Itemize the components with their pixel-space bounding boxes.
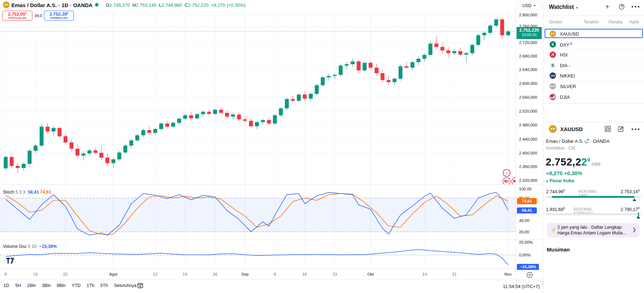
axis-price-label: 20,00 [519, 230, 529, 234]
sell-button[interactable]: 2.752,050 PENJUALAN [2, 11, 32, 21]
axis-price-label: 2.680,000 [519, 54, 537, 58]
watchlist-row-djia[interactable]: DJIA 41,763 K −378,08 −0,90% [543, 92, 644, 102]
watchlist-lists-icon[interactable] [618, 4, 625, 11]
details-type: Komiditas · Cfd [546, 146, 575, 151]
divider [543, 104, 644, 104]
go-to-date-icon[interactable] [137, 283, 143, 290]
watchlist-title[interactable]: Watchlist ▼ [549, 4, 579, 10]
watchlist-row-silver[interactable]: SILVER 32,778 0,121 0,37% [543, 81, 644, 92]
day-range-marker [633, 199, 636, 201]
symbol-name: HSI [560, 52, 568, 58]
axis-price-label: 2.560,000 [519, 95, 537, 99]
clock[interactable]: 11:54:54 (UTC+7) [493, 284, 540, 289]
watchlist-row-hsi[interactable]: Л HSI 20.635,73 318,40 1,57% [543, 49, 644, 60]
volosc-tag: −15,38% [517, 264, 539, 270]
volosc-legend[interactable]: Volume Osc 5 10 −15,38% [3, 244, 57, 249]
divider [543, 122, 644, 122]
divider [543, 27, 644, 28]
watchlist-row-dxy[interactable]: S DXY E 103,891 −0,206 −0,20% [543, 39, 644, 50]
watchlist-row-nikkei[interactable]: 225 NIKKEI 38.218 −122 −0,32% [543, 70, 644, 81]
axis-price-label: 2.600,000 [519, 81, 537, 86]
flash-news-icon: ⚡ [551, 227, 556, 233]
symbol-name: SILVER [560, 84, 576, 89]
axis-price-label: 2.800,000 [519, 13, 537, 17]
watchlist-column-header[interactable]: Peruba [608, 20, 622, 25]
axis-time-label: Sep [241, 272, 249, 276]
details-more-button[interactable]: ●●● [631, 127, 640, 131]
axis-time-label: 12 [153, 272, 158, 276]
axis-price-label: 40,00 [519, 218, 529, 223]
selected-row-outline [545, 29, 643, 38]
svg-text:S: S [551, 42, 554, 47]
news-chip[interactable]: ⚡ 2 jam yang lalu · Daftar Lengkap Harga… [547, 223, 640, 237]
buy-button[interactable]: 2.752,390 PEMBELIAN [44, 11, 74, 21]
timescale-settings-icon[interactable] [526, 272, 533, 279]
hsi-red-icon: Л [550, 51, 556, 58]
range-button-1bln[interactable]: 1Bln [27, 283, 36, 288]
axis-price-label: 2.640,000 [519, 67, 537, 72]
axis-time-label: Okt [367, 272, 374, 276]
axis-price-label: 20,00% [519, 240, 533, 244]
currency-dropdown[interactable]: USD▼ [518, 2, 541, 10]
symbol-title[interactable]: Emas / Dollar A.S. · 1D · OANDA [11, 2, 93, 8]
symbol-name: DJIA [560, 94, 570, 100]
symbol-name: DIA ● [560, 63, 571, 68]
details-symbol[interactable]: XAUUSD [560, 126, 583, 132]
axis-price-label: 2.320,000 [519, 178, 537, 183]
axis-time-label: 15 [33, 272, 38, 276]
status-dot-icon: ● [546, 179, 548, 183]
grid-layout-icon[interactable] [605, 126, 611, 134]
watchlist-column-header[interactable]: %prb [629, 20, 639, 25]
chevron-down-icon: ▼ [533, 4, 536, 7]
watchlist-column-header[interactable]: Simbol [549, 20, 562, 25]
watchlist-row-dia[interactable]: S DIA ● 417,67 −4,08 −0,97% [543, 60, 644, 71]
range-button-ytd[interactable]: YTD [72, 283, 81, 288]
change-readout: +8,270 (+0,30%) [211, 2, 245, 8]
chevron-down-icon: ▼ [575, 6, 579, 10]
axis-price-label: 2.520,000 [519, 109, 537, 113]
axis-time-label: Nov [504, 272, 512, 276]
s-green-icon: S [550, 41, 556, 48]
us-flag-icon [550, 94, 556, 100]
axis-price-label: 2.480,000 [519, 123, 537, 127]
axis-time-label: 26 [213, 272, 218, 276]
axis-time-label: 14 [422, 272, 427, 276]
add-symbol-button[interactable]: + [605, 3, 610, 10]
time-axis[interactable]: 81522Agst121926Sep91623Okt1421Nov [0, 272, 515, 279]
range-button-5h[interactable]: 5H [15, 283, 21, 288]
axis-time-label: 16 [302, 272, 307, 276]
nikkei-icon: 225 [550, 72, 556, 79]
range-button-5th[interactable]: 5Th [100, 283, 108, 288]
stoch-d-tag: 74,61 [517, 198, 537, 204]
axis-time-label: 8 [5, 272, 7, 276]
range-button-1th[interactable]: 1Th [87, 283, 94, 288]
stoch-k-tag: 58,41 [517, 207, 537, 213]
axis-price-label: 2.400,000 [519, 151, 537, 155]
symbol-logo-gold-icon [3, 1, 10, 8]
watchlist-column-header[interactable]: Terakhir [584, 20, 599, 25]
tradingview-logo-icon[interactable] [6, 258, 16, 265]
silver-icon [550, 83, 556, 89]
axis-price-label: 2.440,000 [519, 137, 537, 141]
range-button-6bln[interactable]: 6Bln [57, 283, 66, 288]
toolbar-divider [132, 282, 132, 289]
details-subtitle[interactable]: Emas / Dollar A.S. · OANDA [546, 139, 610, 144]
details-change: +8,270 +0,30% [546, 170, 582, 176]
axis-price-label: 100,00 [519, 187, 531, 191]
range-button-3bln[interactable]: 3Bln [42, 283, 51, 288]
axis-time-label: 9 [274, 272, 276, 276]
details-symbol-logo-gold-icon [549, 125, 557, 133]
symbol-name: DXY E [560, 42, 572, 48]
tradingview-app: ⚡ Emas / Dollar A.S. · 1D · OANDA O2.745… [0, 0, 644, 293]
svg-text:Л: Л [551, 53, 554, 57]
price-axis[interactable]: 2.800,0002.760,0002.720,0002.680,0002.64… [516, 0, 542, 281]
stoch-legend[interactable]: Stoch 5 3 3 58,41 74,61 [3, 190, 51, 195]
axis-price-label: 0,00% [519, 253, 531, 257]
range-button-seluruhnya[interactable]: Seluruhnya [114, 283, 136, 288]
range-button-1d[interactable]: 1D [4, 283, 9, 288]
market-status: ● Pasar buka [546, 178, 574, 183]
watchlist-more-button[interactable]: ●●● [631, 5, 640, 9]
edit-icon[interactable] [618, 126, 624, 134]
market-status-dot-icon[interactable] [95, 3, 98, 6]
axis-time-label: 22 [63, 272, 68, 276]
